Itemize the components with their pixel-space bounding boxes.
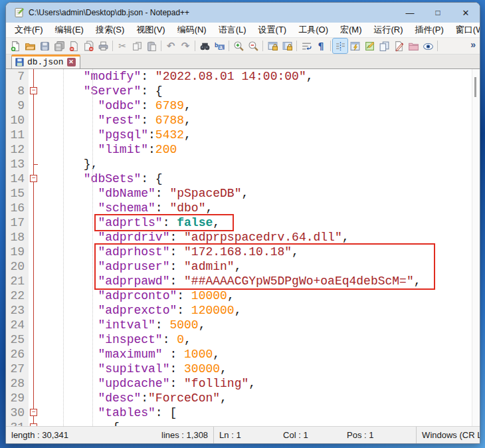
close-file-icon bbox=[68, 41, 80, 52]
menu-item-1[interactable]: 编辑(E) bbox=[49, 23, 90, 37]
toolbar-overflow-chevron[interactable]: » bbox=[470, 39, 476, 50]
edit-with-pen-button[interactable] bbox=[391, 39, 406, 53]
code-line-29: "desc":"ForceCon", bbox=[41, 391, 472, 405]
replace-button[interactable]: baa bbox=[212, 39, 227, 53]
token-punc: : { bbox=[141, 172, 162, 185]
token-str: "dbo" bbox=[169, 201, 205, 215]
token-punc: : bbox=[155, 318, 170, 332]
document-map-button[interactable] bbox=[362, 39, 377, 53]
menu-item-7[interactable]: 工具(O) bbox=[292, 23, 334, 37]
menu-item-2[interactable]: 搜索(S) bbox=[90, 23, 130, 37]
document-switcher-icon bbox=[379, 41, 390, 52]
code-line-28: "updcache": "folling", bbox=[41, 376, 472, 391]
close-all-files-button[interactable] bbox=[81, 39, 96, 53]
menu-items: 文件(F)编辑(E)搜索(S)视图(V)编码(N)语言(L)设置(T)工具(O)… bbox=[9, 23, 480, 37]
cut-button[interactable]: ✂ bbox=[115, 39, 130, 53]
menu-item-11[interactable]: 窗口(W) bbox=[450, 23, 480, 37]
token-key: "supitval" bbox=[98, 362, 169, 376]
line-number: 23 bbox=[6, 303, 29, 318]
paste-button[interactable] bbox=[144, 39, 159, 53]
open-file-button[interactable] bbox=[23, 39, 37, 53]
redo-button[interactable]: ↷ bbox=[178, 39, 193, 53]
show-all-characters-button[interactable]: ¶ bbox=[314, 39, 328, 53]
menu-item-4[interactable]: 编码(N) bbox=[171, 23, 213, 37]
status-ln: Ln : 1 bbox=[219, 430, 283, 440]
status-eol-format[interactable]: Windows (CR LF) bbox=[416, 427, 480, 443]
fold-collapse-marker[interactable]: − bbox=[30, 409, 37, 416]
preview-eye-button[interactable] bbox=[421, 39, 435, 53]
redo-icon: ↷ bbox=[181, 40, 190, 52]
code-line-13: }, bbox=[41, 157, 472, 171]
tab-bar: db.json ✕ bbox=[6, 55, 480, 69]
text-area[interactable]: "modify": "2022.08.01 14:00:00", "Server… bbox=[39, 69, 472, 426]
menu-item-10[interactable]: 插件(P) bbox=[409, 23, 450, 37]
new-file-button[interactable] bbox=[8, 39, 23, 53]
tab-db-json[interactable]: db.json ✕ bbox=[11, 55, 80, 68]
token-punc: , bbox=[184, 114, 191, 127]
tab-close-button[interactable]: ✕ bbox=[67, 58, 76, 66]
document-switcher-button[interactable] bbox=[377, 39, 391, 53]
token-num: 30000 bbox=[184, 362, 220, 376]
token-punc: , bbox=[241, 187, 248, 200]
token-punc: : bbox=[148, 143, 155, 156]
show-indent-guide-button[interactable] bbox=[333, 39, 347, 53]
scrollbar-thumb[interactable] bbox=[474, 77, 476, 97]
sync-horizontal-scroll-button[interactable] bbox=[280, 39, 294, 53]
token-punc: , bbox=[199, 318, 206, 332]
token-punc: , bbox=[205, 201, 213, 215]
token-num: 200 bbox=[155, 143, 177, 156]
token-key: "inspect" bbox=[98, 333, 162, 346]
project-folder-button[interactable] bbox=[406, 39, 421, 53]
status-bar: length : 30,341 lines : 1,308 Ln : 1 Col… bbox=[6, 426, 480, 443]
token-punc: : bbox=[169, 377, 184, 390]
save-all-button[interactable] bbox=[52, 39, 66, 53]
token-str: "2022.08.01 14:00:00" bbox=[155, 70, 306, 83]
indent-guide-line bbox=[63, 69, 64, 426]
replace-icon: baa bbox=[214, 41, 225, 52]
page-pen-icon bbox=[393, 41, 405, 52]
token-punc: , bbox=[227, 289, 235, 302]
svg-text:a: a bbox=[219, 43, 222, 50]
vertical-scrollbar[interactable] bbox=[472, 69, 480, 426]
zoom-out-button[interactable] bbox=[246, 39, 260, 53]
menu-item-5[interactable]: 语言(L) bbox=[213, 23, 252, 37]
token-punc: , bbox=[235, 304, 242, 317]
token-num: 10000 bbox=[191, 289, 227, 302]
maximize-button[interactable]: □ bbox=[424, 3, 452, 23]
menu-item-8[interactable]: 宏(M) bbox=[334, 23, 368, 37]
start-recording-button[interactable] bbox=[347, 39, 362, 53]
token-punc: : bbox=[169, 245, 184, 259]
code-line-7: "modify": "2022.08.01 14:00:00", bbox=[41, 69, 472, 84]
paste-icon bbox=[146, 41, 157, 52]
copy-icon bbox=[132, 41, 143, 52]
line-number: 17 bbox=[6, 215, 29, 230]
sync-vertical-scroll-button[interactable] bbox=[265, 39, 280, 53]
code-line-22: "adprconto": 10000, bbox=[41, 288, 472, 303]
token-key: "rest" bbox=[98, 114, 141, 127]
zoom-in-button[interactable] bbox=[231, 39, 246, 53]
print-icon bbox=[98, 41, 109, 52]
code-line-18: "adprdriv": "adprpspacedrv.64.dll", bbox=[41, 230, 472, 245]
close-window-button[interactable]: ✕ bbox=[452, 3, 480, 23]
print-button[interactable] bbox=[96, 39, 110, 53]
menu-item-6[interactable]: 设置(T) bbox=[252, 23, 293, 37]
menu-item-0[interactable]: 文件(F) bbox=[9, 23, 49, 37]
close-file-button[interactable] bbox=[66, 39, 81, 53]
fold-collapse-marker[interactable]: − bbox=[30, 423, 37, 426]
code-line-19: "adprhost": "172.168.10.18", bbox=[41, 245, 472, 259]
find-button[interactable] bbox=[197, 39, 212, 53]
token-punc: : [ bbox=[155, 406, 177, 419]
token-key: "pgsql" bbox=[98, 128, 148, 142]
save-button[interactable] bbox=[37, 39, 52, 53]
copy-button[interactable] bbox=[130, 39, 144, 53]
token-key: "tables" bbox=[98, 406, 155, 419]
line-number: 7 bbox=[6, 69, 29, 84]
fold-collapse-marker[interactable]: − bbox=[30, 87, 37, 94]
fold-collapse-marker[interactable]: − bbox=[30, 175, 37, 182]
menu-item-3[interactable]: 视图(V) bbox=[130, 23, 171, 37]
menu-item-9[interactable]: 运行(R) bbox=[367, 23, 409, 37]
undo-button[interactable]: ↶ bbox=[163, 39, 178, 53]
fold-margin: −−−− bbox=[29, 69, 39, 426]
word-wrap-button[interactable] bbox=[299, 39, 314, 53]
minimize-button[interactable]: — bbox=[396, 3, 424, 23]
